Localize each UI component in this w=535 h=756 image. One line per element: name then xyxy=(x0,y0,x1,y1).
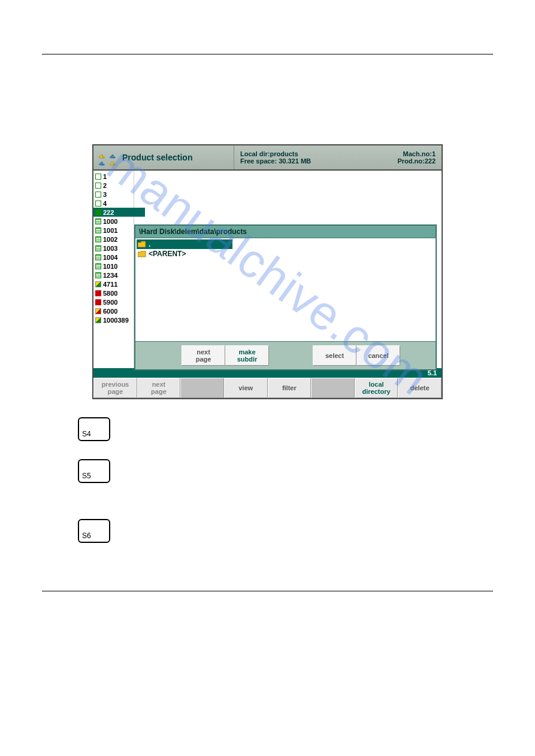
product-label: 1234 xyxy=(103,272,117,279)
folder-icon xyxy=(138,251,146,257)
product-item[interactable]: 1002 xyxy=(93,235,134,244)
product-status-icon xyxy=(95,299,101,305)
product-item[interactable]: 222 xyxy=(93,208,145,217)
directory-item[interactable]: <PARENT> xyxy=(137,249,434,259)
dialog-blank-button xyxy=(138,345,182,366)
blank-button xyxy=(311,378,355,398)
product-item[interactable]: 1 xyxy=(93,172,134,181)
local-directory-button[interactable]: localdirectory xyxy=(355,378,398,398)
product-status-icon xyxy=(95,308,101,314)
product-label: 1004 xyxy=(103,254,117,261)
product-item[interactable]: 3 xyxy=(93,190,134,199)
product-status-icon xyxy=(95,218,101,224)
product-status-icon xyxy=(95,290,101,296)
product-label: 1010 xyxy=(103,263,117,270)
directory-item[interactable]: . xyxy=(137,239,232,249)
directory-listing: .<PARENT> xyxy=(135,238,436,341)
hand-icon-group xyxy=(98,151,119,164)
product-label: 4 xyxy=(103,200,107,207)
hand-icon xyxy=(109,158,119,164)
titlebar: Product selection Local dir:products Mac… xyxy=(93,145,442,171)
product-item[interactable]: 1000 xyxy=(93,217,134,226)
prod-no: Prod.no:222 xyxy=(397,157,436,165)
hand-icon xyxy=(98,158,108,164)
product-item[interactable]: 1001 xyxy=(93,226,134,235)
view-button[interactable]: view xyxy=(224,378,268,398)
filter-button[interactable]: filter xyxy=(268,378,312,398)
dialog-blank-button xyxy=(269,345,313,366)
local-dir-label: Local dir:products xyxy=(240,150,298,157)
product-status-icon xyxy=(95,245,101,251)
product-item[interactable]: 4 xyxy=(93,199,134,208)
product-label: 1000 xyxy=(103,218,117,225)
product-status-icon xyxy=(95,254,101,260)
product-label: 222 xyxy=(103,209,114,216)
product-status-icon xyxy=(95,317,101,323)
directory-path: \Hard Disk\delem\data\products xyxy=(135,226,436,238)
key-row: S4 xyxy=(78,417,493,441)
blank-button xyxy=(180,378,224,398)
select-button[interactable]: select xyxy=(313,345,356,366)
dialog-button-row: nextpage makesubdir select cancel xyxy=(135,341,436,369)
product-label: 3 xyxy=(103,191,107,198)
key-row: S5 xyxy=(78,459,493,483)
window-title: Product selection xyxy=(122,153,192,162)
s5-key: S5 xyxy=(78,459,110,483)
product-item[interactable]: 1010 xyxy=(93,262,134,271)
product-status-icon xyxy=(95,174,101,180)
product-status-icon xyxy=(95,201,101,207)
product-item[interactable]: 1003 xyxy=(93,244,134,253)
product-label: 1003 xyxy=(103,245,117,252)
free-space: Free space: 30.321 MB xyxy=(240,157,311,165)
app-window: Product selection Local dir:products Mac… xyxy=(92,144,443,399)
directory-label: <PARENT> xyxy=(149,250,186,258)
product-label: 1 xyxy=(103,173,107,180)
product-status-icon xyxy=(95,192,101,198)
s4-key: S4 xyxy=(78,417,110,441)
product-status-icon xyxy=(95,281,101,287)
delete-button[interactable]: delete xyxy=(398,378,442,398)
product-status-icon xyxy=(95,227,101,233)
cancel-button[interactable]: cancel xyxy=(356,345,400,366)
next-page-button[interactable]: nextpage xyxy=(137,378,181,398)
product-item[interactable]: 5900 xyxy=(93,297,134,306)
product-item[interactable]: 2 xyxy=(93,181,134,190)
product-item[interactable]: 1004 xyxy=(93,253,134,262)
softkey-row: previouspage nextpage view filter locald… xyxy=(93,378,442,398)
hand-icon xyxy=(98,151,108,157)
product-item[interactable]: 5800 xyxy=(93,289,134,297)
key-row: S6 xyxy=(78,519,493,543)
product-list: 1234222100010011002100310041010123447115… xyxy=(93,171,134,368)
product-label: 1001 xyxy=(103,227,117,234)
make-subdir-button[interactable]: makesubdir xyxy=(225,345,269,366)
hand-icon xyxy=(109,151,119,157)
product-status-icon xyxy=(95,263,101,269)
product-label: 5800 xyxy=(103,290,117,297)
folder-icon xyxy=(138,241,146,248)
product-label: 1002 xyxy=(103,236,117,243)
previous-page-button[interactable]: previouspage xyxy=(93,378,137,398)
product-item[interactable]: 6000 xyxy=(93,306,134,315)
product-label: 6000 xyxy=(103,308,117,315)
directory-label: . xyxy=(149,240,150,248)
mach-no: Mach.no:1 xyxy=(403,150,436,157)
product-status-icon xyxy=(95,272,101,278)
product-item[interactable]: 1000389 xyxy=(93,315,134,324)
product-label: 1000389 xyxy=(103,317,129,324)
product-status-icon xyxy=(95,210,101,215)
product-status-icon xyxy=(95,183,101,189)
next-page-button[interactable]: nextpage xyxy=(182,345,225,366)
product-item[interactable]: 4711 xyxy=(93,280,134,289)
product-item[interactable]: 1234 xyxy=(93,271,134,280)
product-label: 4711 xyxy=(103,281,117,288)
directory-dialog: \Hard Disk\delem\data\products .<PARENT>… xyxy=(134,224,437,371)
product-label: 2 xyxy=(103,182,107,189)
s6-key: S6 xyxy=(78,519,110,543)
product-status-icon xyxy=(95,236,101,242)
product-label: 5900 xyxy=(103,299,117,306)
